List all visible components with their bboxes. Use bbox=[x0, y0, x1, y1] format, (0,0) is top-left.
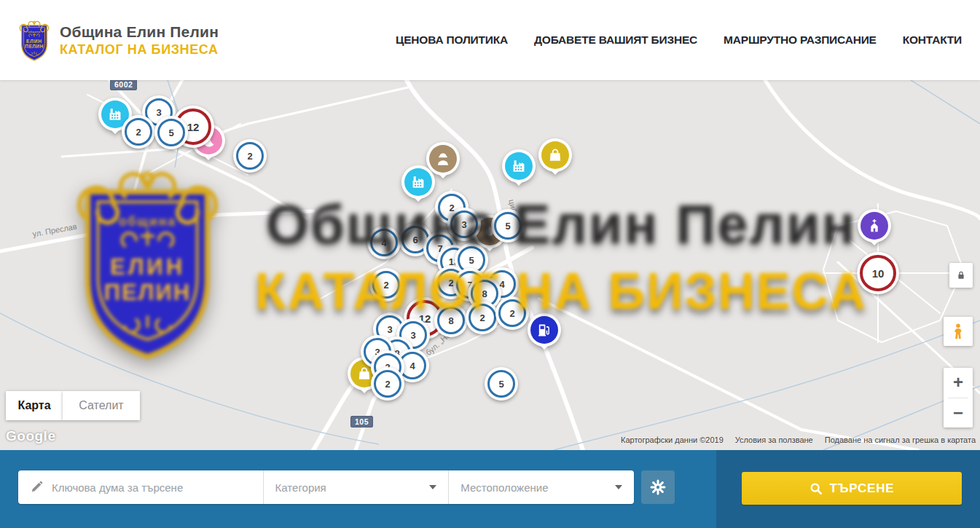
map-attribution: Картографски данни ©2019Условия за ползв… bbox=[621, 436, 976, 444]
cluster-marker[interactable]: 4 bbox=[367, 226, 401, 259]
cluster-marker[interactable]: 5 bbox=[491, 209, 525, 243]
category-dropdown[interactable]: Категория bbox=[264, 470, 450, 504]
zoom-in-button[interactable]: + bbox=[944, 368, 973, 398]
brand-subtitle: КАТАЛОГ НА БИЗНЕСА bbox=[60, 42, 219, 58]
church-icon bbox=[861, 212, 888, 240]
lock-control-button[interactable] bbox=[949, 263, 973, 288]
search-button[interactable]: ТЪРСЕНЕ bbox=[742, 472, 962, 505]
zoom-out-button[interactable]: − bbox=[944, 398, 973, 428]
category-dropdown-value: Категория bbox=[275, 481, 326, 494]
street-view-pegman-button[interactable] bbox=[944, 317, 973, 346]
map-canvas[interactable]: 31225225364713527482128223383432510 Общи… bbox=[0, 80, 980, 450]
cluster-count: 5 bbox=[494, 212, 522, 240]
search-button-label: ТЪРСЕНЕ bbox=[830, 481, 895, 496]
cluster-count: 8 bbox=[437, 307, 465, 334]
category-pin-fuel[interactable] bbox=[528, 313, 561, 357]
main-nav: ЦЕНОВА ПОЛИТИКАДОБАВЕТЕ ВАШИЯТ БИЗНЕСМАР… bbox=[396, 34, 962, 47]
advanced-settings-button[interactable] bbox=[641, 470, 675, 504]
municipality-crest-logo bbox=[16, 17, 52, 63]
nav-item-contacts[interactable]: КОНТАКТИ bbox=[903, 34, 962, 47]
cluster-marker[interactable]: 2 bbox=[495, 296, 529, 330]
cluster-count: 5 bbox=[157, 119, 185, 146]
search-input-group: Категория Местоположение bbox=[18, 470, 634, 504]
nav-item-schedule[interactable]: МАРШРУТНО РАЗПИСАНИЕ bbox=[724, 34, 877, 47]
keyword-section bbox=[18, 470, 264, 504]
search-icon bbox=[810, 482, 823, 495]
cluster-count: 3 bbox=[450, 210, 478, 238]
cluster-marker[interactable]: 3 bbox=[447, 208, 481, 241]
cluster-marker[interactable]: 2 bbox=[371, 367, 404, 401]
location-dropdown[interactable]: Местоположение bbox=[449, 470, 634, 504]
chevron-down-icon bbox=[429, 485, 436, 489]
attribution-link[interactable]: Подаване на сигнал за грешка в картата bbox=[825, 436, 976, 444]
cluster-marker[interactable]: 5 bbox=[485, 367, 518, 401]
cluster-count: 2 bbox=[125, 118, 152, 146]
nav-item-pricing[interactable]: ЦЕНОВА ПОЛИТИКА bbox=[396, 34, 508, 47]
fuel-icon bbox=[530, 316, 558, 344]
google-logo[interactable]: Google bbox=[6, 428, 55, 444]
cluster-count: 5 bbox=[487, 370, 515, 398]
gear-icon bbox=[649, 478, 667, 496]
zoom-control: + − bbox=[944, 368, 973, 427]
category-pin-factory[interactable] bbox=[401, 165, 435, 209]
pegman-icon bbox=[949, 322, 968, 341]
cluster-count: 2 bbox=[469, 304, 496, 331]
location-dropdown-value: Местоположение bbox=[460, 481, 548, 494]
cluster-marker[interactable]: 2 bbox=[233, 139, 267, 173]
watermark-crest bbox=[62, 155, 233, 368]
attribution-link[interactable]: Условия за ползване bbox=[735, 436, 813, 444]
nav-item-add-business[interactable]: ДОБАВЕТЕ ВАШИЯТ БИЗНЕС bbox=[534, 34, 697, 47]
map-type-satellite-button[interactable]: Сателит bbox=[63, 391, 140, 420]
pencil-icon bbox=[30, 481, 43, 494]
category-pin-factory[interactable] bbox=[502, 149, 536, 193]
cluster-count: 10 bbox=[860, 255, 896, 291]
cluster-marker[interactable]: 8 bbox=[434, 304, 468, 337]
factory-icon bbox=[404, 168, 432, 196]
cluster-count: 2 bbox=[236, 142, 264, 170]
map-type-control: Карта Сателит bbox=[6, 391, 140, 420]
page-header: Община Елин Пелин КАТАЛОГ НА БИЗНЕСА ЦЕН… bbox=[0, 0, 980, 80]
cluster-marker[interactable]: 2 bbox=[122, 115, 155, 149]
brand-title: Община Елин Пелин bbox=[60, 23, 219, 41]
brand-text: Община Елин Пелин КАТАЛОГ НА БИЗНЕСА bbox=[60, 23, 219, 58]
cluster-marker[interactable]: 5 bbox=[154, 116, 188, 149]
map-type-map-button[interactable]: Карта bbox=[6, 391, 63, 420]
cluster-count: 4 bbox=[370, 229, 398, 256]
bag-icon bbox=[541, 141, 569, 169]
cluster-marker[interactable]: 2 bbox=[466, 301, 499, 334]
cluster-count: 2 bbox=[374, 370, 401, 398]
keyword-search-input[interactable] bbox=[50, 481, 263, 494]
factory-icon bbox=[505, 152, 533, 180]
cluster-count: 2 bbox=[372, 271, 400, 299]
search-bar: Категория Местоположение ТЪРСЕНЕ bbox=[0, 450, 980, 528]
category-pin-church[interactable] bbox=[858, 209, 891, 253]
brand[interactable]: Община Елин Пелин КАТАЛОГ НА БИЗНЕСА bbox=[16, 17, 219, 63]
cluster-marker[interactable]: 10 bbox=[857, 252, 899, 294]
attribution-text: Картографски данни ©2019 bbox=[621, 436, 724, 444]
cluster-count: 2 bbox=[498, 299, 526, 327]
lock-icon bbox=[955, 269, 967, 282]
chevron-down-icon bbox=[615, 485, 622, 489]
cluster-marker[interactable]: 2 bbox=[369, 268, 403, 302]
category-pin-bag[interactable] bbox=[538, 138, 572, 182]
